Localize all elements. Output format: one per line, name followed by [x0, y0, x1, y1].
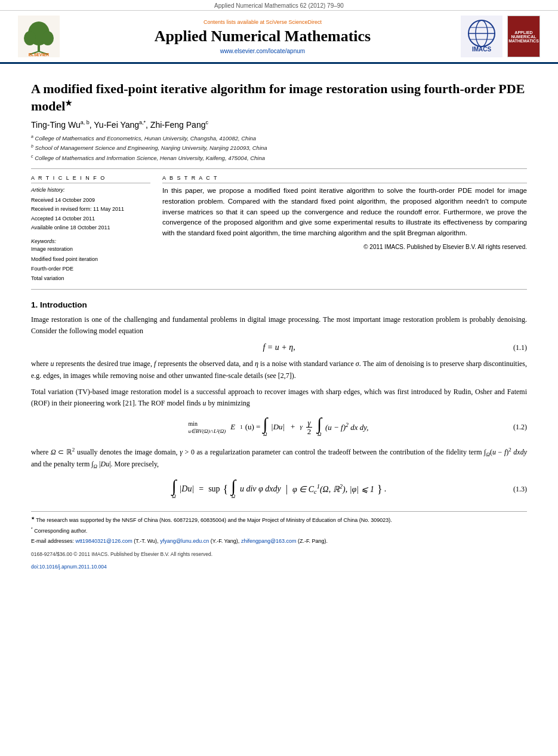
keyword-2: Modified fixed point iteration [31, 254, 150, 264]
journal-cover: APPLIEDNUMERICALMATHEMATICS [507, 16, 540, 57]
info-abstract-section: A R T I C L E I N F O Article history: R… [31, 175, 527, 283]
footnote-emails: E-mail addresses: wtt19840321@126.com (T… [31, 537, 527, 545]
article-info-column: A R T I C L E I N F O Article history: R… [31, 175, 150, 283]
keywords-list: Image restoration Modified fixed point i… [31, 244, 150, 283]
received-revised-date: Received in revised form: 11 May 2011 [31, 205, 150, 214]
eq-label-1-3: (1.3) [513, 485, 527, 494]
citation-text: Applied Numerical Mathematics 62 (2012) … [214, 2, 344, 9]
intro-para1: Image restoration is one of the challeng… [31, 314, 527, 337]
email-1-link[interactable]: wtt19840321@126.com [76, 538, 132, 544]
svg-point-4 [42, 31, 54, 45]
bottom-info-2: doi:10.1016/j.apnum.2011.10.004 [31, 563, 527, 571]
abstract-text: In this paper, we propose a modified fix… [162, 186, 527, 239]
journal-header: ELSEVIER Contents lists available at Sci… [0, 11, 558, 64]
elsevier-section: ELSEVIER [18, 16, 64, 57]
received-date: Received 14 October 2009 [31, 196, 150, 205]
article-history: Article history: Received 14 October 200… [31, 186, 150, 232]
elsevier-logo: ELSEVIER [18, 16, 60, 57]
equation-1-2-row: min u∈BV(Ω)∩L²(Ω) E1(u) = ∫ Ω |Du| + γ γ… [31, 417, 527, 437]
footnote-star: ★ The research was supported by the NNSF… [31, 515, 527, 524]
journal-name: Applied Numerical Mathematics [64, 27, 461, 45]
imacs-logo: IMACS [461, 16, 502, 57]
section-1-heading: 1. Introduction [31, 300, 527, 309]
equation-1-3-row: ∫ Ω |Du| = sup { ∫ Ω u div φ dxdy | φ ∈ … [31, 480, 527, 499]
main-content: A modified fixed-point iterative algorit… [0, 64, 558, 583]
keyword-3: Fourth-order PDE [31, 264, 150, 273]
section-divider [31, 289, 527, 290]
history-label: Article history: [31, 186, 150, 195]
journal-url: www.elsevier.com/locate/apnum [64, 48, 461, 54]
eq-label-1-2: (1.2) [513, 423, 527, 432]
bottom-info-1: 0168-9274/$36.00 © 2011 IMACS. Published… [31, 551, 527, 559]
svg-text:IMACS: IMACS [472, 46, 492, 53]
equation-1-1-row: f = u + η, (1.1) [31, 343, 527, 352]
footnotes-section: ★ The research was supported by the NNSF… [31, 511, 527, 571]
abstract-label: A B S T R A C T [162, 175, 527, 183]
article-title: A modified fixed-point iterative algorit… [31, 81, 527, 115]
article-info-label: A R T I C L E I N F O [31, 175, 150, 183]
journal-citation: Applied Numerical Mathematics 62 (2012) … [0, 0, 558, 11]
cover-text: APPLIEDNUMERICALMATHEMATICS [508, 30, 539, 43]
email-2-link[interactable]: yfyang@lunu.edu.cn [160, 538, 209, 544]
header-divider [31, 168, 527, 169]
journal-title-section: Contents lists available at SciVerse Sci… [64, 19, 461, 54]
svg-point-3 [24, 31, 36, 45]
eq-label-1-1: (1.1) [513, 343, 527, 352]
intro-para4: where Ω ⊂ ℝ2 usually denotes the image d… [31, 445, 527, 472]
keyword-4: Total variation [31, 273, 150, 283]
copyright-line: © 2011 IMACS. Published by Elsevier B.V.… [162, 244, 527, 250]
keywords-label: Keywords: [31, 238, 150, 244]
keyword-1: Image restoration [31, 244, 150, 254]
intro-para2: where u represents the desired true imag… [31, 358, 527, 381]
email-3-link[interactable]: zhifengpang@163.com [241, 538, 297, 544]
footnote-corresponding: * Corresponding author. [31, 526, 527, 535]
svg-text:ELSEVIER: ELSEVIER [29, 53, 50, 57]
affiliations: a College of Mathematics and Econometric… [31, 133, 527, 162]
accepted-date: Accepted 14 October 2011 [31, 214, 150, 223]
authors-line: Ting-Ting Wua, b, Yu-Fei Yanga,*, Zhi-Fe… [31, 119, 527, 130]
equation-1-1: f = u + η, [263, 343, 295, 352]
intro-para3: Total variation (TV)-based image restora… [31, 386, 527, 409]
available-date: Available online 18 October 2011 [31, 223, 150, 232]
abstract-column: A B S T R A C T In this paper, we propos… [162, 175, 527, 283]
logos-right: IMACS APPLIEDNUMERICALMATHEMATICS [461, 16, 540, 57]
sciverse-text: Contents lists available at SciVerse Sci… [64, 19, 461, 25]
keywords-section: Keywords: Image restoration Modified fix… [31, 238, 150, 283]
title-star: ★ [65, 98, 72, 107]
